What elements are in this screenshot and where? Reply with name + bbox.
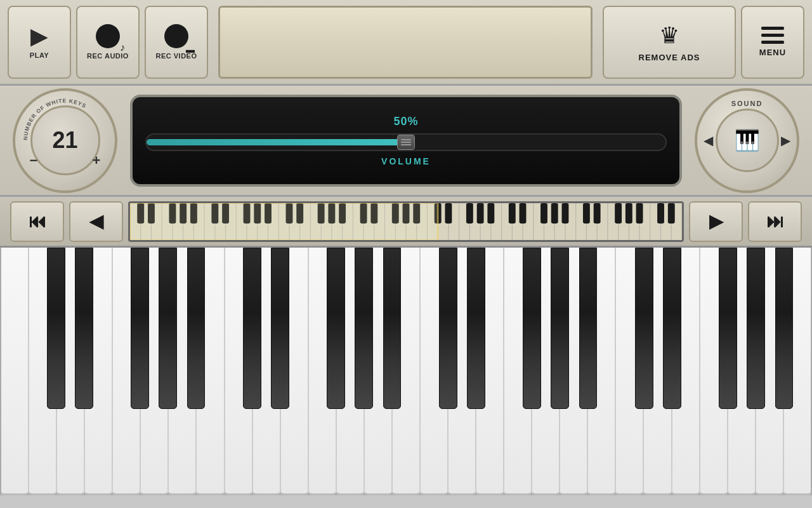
black-key[interactable]: [467, 248, 485, 409]
piano-instrument-icon: 🎹: [735, 128, 760, 152]
volume-percent: 50%: [393, 115, 418, 128]
nav-bar: ⏮ ◀ ▶ ⏭: [0, 197, 812, 248]
display-area: [218, 6, 593, 79]
black-key[interactable]: [635, 248, 653, 409]
play-button[interactable]: ▶ PLAY: [8, 6, 71, 79]
piano-container: [0, 248, 812, 495]
top-bar: ▶ PLAY REC AUDIO REC VIDEO ♛ REMOVE ADS …: [0, 0, 812, 86]
skip-back-button[interactable]: ⏮: [10, 201, 64, 242]
back-icon: ◀: [89, 211, 103, 232]
remove-ads-button[interactable]: ♛ REMOVE ADS: [603, 6, 736, 79]
white-keys-knob[interactable]: NUMBER OF WHITE KEYS 21 − +: [13, 88, 117, 193]
remove-ads-label: REMOVE ADS: [639, 53, 700, 62]
sound-prev-button[interactable]: ◀: [704, 133, 713, 148]
sound-knob-inner: 🎹: [716, 109, 779, 172]
thumb-line-2: [401, 142, 411, 143]
black-key[interactable]: [439, 248, 457, 409]
black-key[interactable]: [663, 248, 681, 409]
black-key[interactable]: [75, 248, 93, 409]
black-key[interactable]: [551, 248, 569, 409]
keys-minus-button[interactable]: −: [24, 151, 43, 170]
rec-audio-icon: [96, 24, 120, 48]
black-key[interactable]: [355, 248, 373, 409]
forward-icon: ▶: [709, 211, 723, 232]
crown-icon: ♛: [659, 22, 679, 49]
sound-next-button[interactable]: ▶: [781, 133, 790, 148]
keyboard-mini: [128, 201, 684, 242]
white-keys-row: [0, 248, 812, 495]
black-key[interactable]: [775, 248, 794, 409]
black-key[interactable]: [719, 248, 737, 409]
volume-fill: [147, 139, 406, 145]
volume-container: 50% VOLUME: [130, 95, 682, 187]
skip-forward-button[interactable]: ⏭: [748, 201, 802, 242]
skip-forward-icon: ⏭: [766, 211, 784, 232]
rec-video-button[interactable]: REC VIDEO: [145, 6, 208, 79]
rec-audio-button[interactable]: REC AUDIO: [76, 6, 140, 79]
svg-text:NUMBER OF WHITE KEYS: NUMBER OF WHITE KEYS: [22, 97, 88, 140]
menu-button[interactable]: MENU: [741, 6, 804, 79]
black-key[interactable]: [47, 248, 65, 409]
skip-back-icon: ⏮: [29, 211, 46, 232]
sound-label: SOUND: [731, 100, 763, 107]
black-key[interactable]: [187, 248, 206, 409]
white-key[interactable]: [0, 248, 29, 495]
thumb-line-3: [401, 144, 411, 145]
black-key[interactable]: [523, 248, 541, 409]
middle-bar: NUMBER OF WHITE KEYS 21 − + 50% VOLUME S…: [0, 86, 812, 197]
volume-track[interactable]: [145, 133, 667, 151]
black-key[interactable]: [747, 248, 765, 409]
black-key[interactable]: [243, 248, 261, 409]
sound-knob[interactable]: SOUND 🎹 ◀ ▶: [695, 88, 799, 193]
black-key[interactable]: [159, 248, 177, 409]
rec-video-icon: [164, 24, 188, 48]
volume-label: VOLUME: [381, 156, 431, 166]
play-icon: ▶: [30, 25, 48, 48]
hamburger-icon: [761, 27, 784, 44]
black-key[interactable]: [271, 248, 289, 409]
volume-thumb[interactable]: [397, 135, 415, 150]
thumb-line-1: [401, 139, 411, 140]
mini-white-keys: [130, 203, 682, 240]
menu-label: MENU: [759, 48, 786, 57]
keys-plus-button[interactable]: +: [87, 151, 106, 170]
forward-button[interactable]: ▶: [689, 201, 743, 242]
back-button[interactable]: ◀: [69, 201, 123, 242]
play-label: PLAY: [30, 51, 49, 59]
black-key[interactable]: [579, 248, 598, 409]
black-key[interactable]: [383, 248, 402, 409]
black-key[interactable]: [327, 248, 345, 409]
black-key[interactable]: [131, 248, 149, 409]
